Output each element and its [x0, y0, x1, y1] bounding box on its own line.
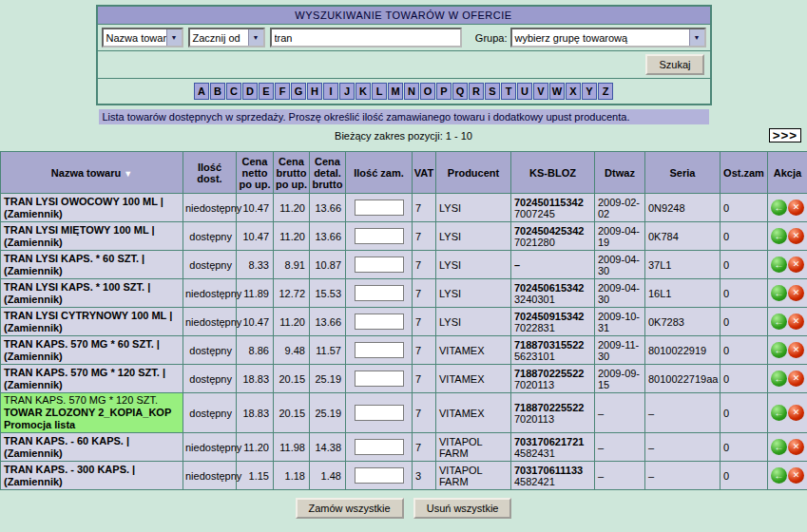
add-to-order-icon[interactable]: ←	[771, 228, 787, 244]
add-to-order-icon[interactable]: ←	[771, 467, 787, 484]
product-name-cell[interactable]: TRAN LYSI KAPS. * 60 SZT. | (Zamiennik)	[1, 251, 183, 279]
quantity-input[interactable]	[355, 405, 404, 421]
quantity-input[interactable]	[355, 228, 404, 244]
group-select[interactable]: wybierz grupę towarową ▼	[510, 28, 706, 48]
ost-zam-cell: 0	[721, 279, 768, 308]
letter-button-D[interactable]: D	[242, 83, 258, 100]
order-all-button[interactable]: Zamów wszystkie	[296, 498, 404, 519]
quantity-input[interactable]	[355, 256, 404, 273]
header-producent[interactable]: Producent	[436, 152, 511, 194]
remove-icon[interactable]: ✕	[788, 314, 804, 330]
quantity-input[interactable]	[355, 314, 404, 330]
letter-button-S[interactable]: S	[485, 83, 500, 100]
header-cena-netto[interactable]: Cena netto po up.	[237, 152, 274, 194]
letter-button-P[interactable]: P	[436, 83, 452, 100]
header-vat[interactable]: VAT	[413, 152, 436, 194]
header-dtwaz[interactable]: Dtwaz	[595, 152, 645, 194]
header-ks-bloz[interactable]: KS-BLOZ	[511, 152, 595, 194]
quantity-input[interactable]	[355, 285, 404, 301]
search-button[interactable]: Szukaj	[645, 54, 703, 75]
quantity-input[interactable]	[355, 370, 404, 387]
add-to-order-icon[interactable]: ←	[771, 439, 787, 455]
letter-button-F[interactable]: F	[275, 83, 290, 100]
letter-button-I[interactable]: I	[323, 83, 338, 100]
search-mode-select[interactable]: Zacznij od ▼	[188, 28, 265, 48]
product-name-line2: (Zamiennik)	[4, 294, 181, 306]
chevron-down-icon[interactable]: ▼	[248, 29, 263, 46]
remove-icon[interactable]: ✕	[788, 467, 804, 484]
remove-icon[interactable]: ✕	[788, 370, 804, 387]
add-to-order-icon[interactable]: ←	[771, 256, 787, 273]
header-ilosc-dost[interactable]: Ilość dost.	[183, 152, 237, 194]
remove-all-button[interactable]: Usuń wszystkie	[413, 498, 512, 519]
search-field-select[interactable]: Nazwa towaru ▼	[102, 28, 183, 48]
header-nazwa-towaru[interactable]: Nazwa towaru ▼	[1, 152, 183, 194]
header-ost-zam[interactable]: Ost.zam	[721, 152, 768, 194]
letter-button-V[interactable]: V	[533, 83, 548, 100]
remove-icon[interactable]: ✕	[788, 342, 804, 358]
product-name-cell[interactable]: TRAN KAPS. 570 MG * 120 SZT. | (Zamienni…	[1, 365, 183, 393]
quantity-input[interactable]	[355, 342, 404, 358]
next-page-button[interactable]: >>>	[769, 128, 801, 142]
ks-bloz-cell: 718870225522 7020113	[511, 393, 595, 433]
letter-button-Z[interactable]: Z	[598, 83, 613, 100]
letter-button-H[interactable]: H	[307, 83, 322, 100]
remove-icon[interactable]: ✕	[788, 256, 804, 273]
letter-button-J[interactable]: J	[339, 83, 355, 100]
letter-button-E[interactable]: E	[259, 83, 274, 100]
add-to-order-icon[interactable]: ←	[771, 370, 787, 387]
letter-button-N[interactable]: N	[404, 83, 419, 100]
add-to-order-icon[interactable]: ←	[771, 200, 787, 216]
remove-icon[interactable]: ✕	[788, 228, 804, 244]
ks-bloz-sub: 4582431	[514, 447, 592, 459]
letter-button-A[interactable]: A	[194, 83, 209, 100]
info-bar: Lista towarów dostępnych w sprzedaży. Pr…	[99, 109, 709, 124]
letter-button-T[interactable]: T	[501, 83, 516, 100]
product-name-cell[interactable]: TRAN KAPS. - 60 KAPS. | (Zamiennik)	[1, 433, 183, 462]
product-name-cell[interactable]: TRAN LYSI MIĘTOWY 100 ML | (Zamiennik)	[1, 222, 183, 251]
quantity-input[interactable]	[355, 467, 404, 484]
add-to-order-icon[interactable]: ←	[771, 285, 787, 301]
ks-bloz-code: 703170611133	[514, 465, 592, 476]
header-seria[interactable]: Seria	[645, 152, 721, 194]
retail-price-cell: 25.19	[310, 393, 346, 433]
letter-button-O[interactable]: O	[420, 83, 435, 100]
add-to-order-icon[interactable]: ←	[771, 405, 787, 421]
quantity-input[interactable]	[355, 200, 404, 216]
remove-icon[interactable]: ✕	[788, 439, 804, 455]
letter-button-L[interactable]: L	[372, 83, 387, 100]
product-name-cell[interactable]: TRAN KAPS. - 300 KAPS. | (Zamiennik)	[1, 462, 183, 490]
availability-cell: dostępny	[183, 251, 237, 279]
ks-bloz-sub: 7007245	[514, 208, 592, 219]
letter-button-R[interactable]: R	[469, 83, 484, 100]
header-cena-detal[interactable]: Cena detal. brutto	[310, 152, 346, 194]
chevron-down-icon[interactable]: ▼	[689, 29, 704, 46]
header-cena-brutto[interactable]: Cena brutto po up.	[274, 152, 310, 194]
letter-button-G[interactable]: G	[291, 83, 306, 100]
letter-button-X[interactable]: X	[566, 83, 581, 100]
remove-icon[interactable]: ✕	[788, 200, 804, 216]
letter-button-U[interactable]: U	[517, 83, 532, 100]
letter-button-B[interactable]: B	[210, 83, 225, 100]
table-row: TRAN LYSI CYTRYNOWY 100 ML | (Zamiennik)…	[1, 308, 807, 336]
remove-icon[interactable]: ✕	[788, 285, 804, 301]
add-to-order-icon[interactable]: ←	[771, 314, 787, 330]
letter-button-Q[interactable]: Q	[452, 83, 468, 100]
product-name-cell[interactable]: TRAN KAPS. 570 MG * 120 SZT. TOWAR ZLOZO…	[1, 393, 183, 433]
header-ilosc-zam: Ilość zam.	[346, 152, 413, 194]
product-name-cell[interactable]: TRAN KAPS. 570 MG * 60 SZT. | (Zamiennik…	[1, 336, 183, 365]
remove-icon[interactable]: ✕	[788, 405, 804, 421]
search-input[interactable]	[270, 28, 462, 48]
product-name-cell[interactable]: TRAN LYSI KAPS. * 100 SZT. | (Zamiennik)	[1, 279, 183, 308]
product-name-cell[interactable]: TRAN LYSI OWOCOWY 100 ML | (Zamiennik)	[1, 194, 183, 222]
letter-button-Y[interactable]: Y	[582, 83, 597, 100]
product-name-line2: (Zamiennik)	[4, 447, 181, 460]
product-name-cell[interactable]: TRAN LYSI CYTRYNOWY 100 ML | (Zamiennik)	[1, 308, 183, 336]
add-to-order-icon[interactable]: ←	[771, 342, 787, 358]
chevron-down-icon[interactable]: ▼	[166, 29, 182, 46]
quantity-input[interactable]	[355, 439, 404, 455]
letter-button-M[interactable]: M	[388, 83, 403, 100]
letter-button-C[interactable]: C	[226, 83, 241, 100]
letter-button-W[interactable]: W	[549, 83, 565, 100]
letter-button-K[interactable]: K	[355, 83, 371, 100]
